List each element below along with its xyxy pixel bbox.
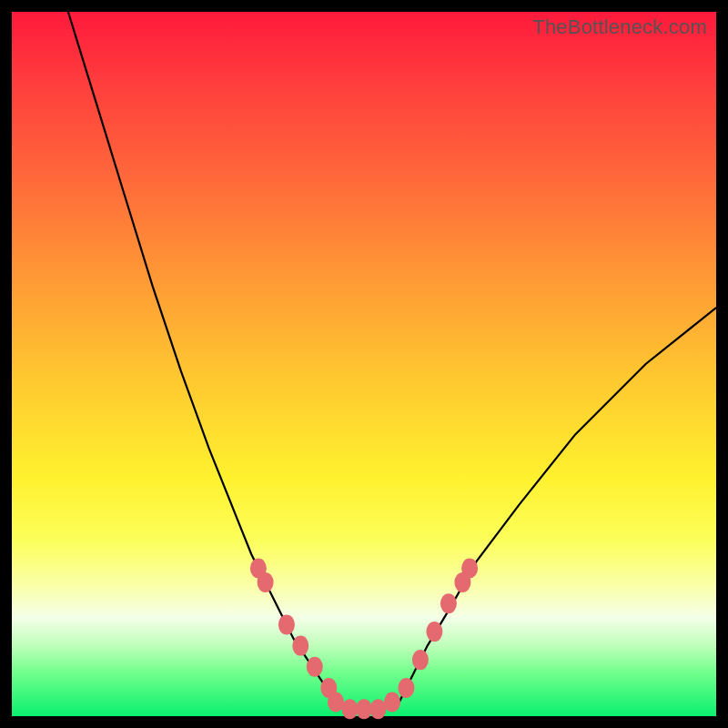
highlight-marker bbox=[398, 678, 414, 698]
highlight-marker bbox=[440, 593, 457, 613]
watermark-text: TheBottleneck.com bbox=[532, 15, 707, 39]
marker-layer bbox=[250, 559, 478, 720]
highlight-marker bbox=[278, 614, 295, 634]
highlight-marker bbox=[307, 657, 323, 677]
chart-plot-area: TheBottleneck.com bbox=[12, 12, 716, 716]
highlight-marker bbox=[384, 693, 400, 713]
highlight-marker bbox=[258, 572, 274, 592]
bottleneck-curve bbox=[68, 12, 716, 709]
highlight-marker bbox=[461, 559, 478, 579]
highlight-marker bbox=[292, 636, 308, 656]
highlight-marker bbox=[370, 699, 387, 719]
highlight-marker bbox=[356, 699, 372, 719]
highlight-marker bbox=[426, 622, 442, 642]
highlight-marker bbox=[412, 650, 429, 670]
highlight-marker bbox=[328, 693, 344, 713]
highlight-marker bbox=[342, 699, 359, 719]
curves-svg bbox=[12, 12, 716, 716]
curve-layer bbox=[68, 12, 716, 709]
